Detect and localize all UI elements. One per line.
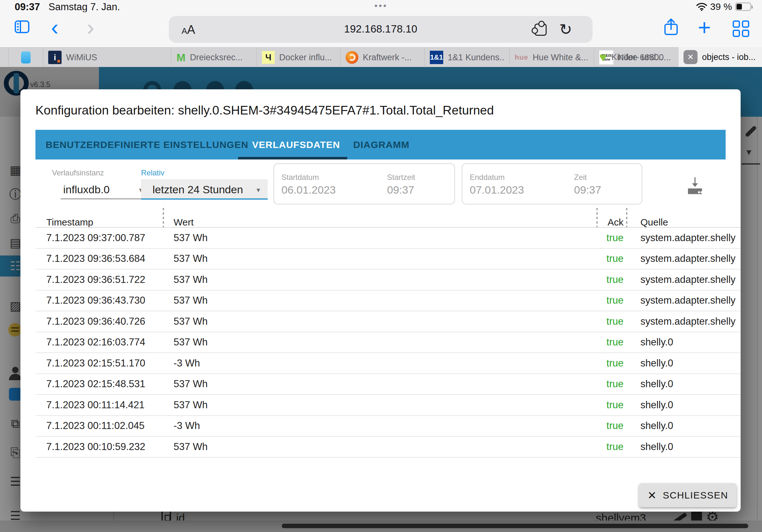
- tab-overview-square: [742, 30, 749, 37]
- status-bar: 09:37 Samstag 7. Jan. ••• 39 %: [0, 0, 762, 12]
- table-row: 7.1.2023 02:15:51.170-3 Whtrueshelly.0: [36, 353, 741, 374]
- column-resize-handle[interactable]: [626, 208, 627, 227]
- close-x-icon: ✕: [648, 489, 657, 502]
- table-row: 7.1.2023 09:36:40.726537 Whtruesystem.ad…: [36, 311, 741, 332]
- column-resize-handle[interactable]: [596, 208, 598, 227]
- browser-toolbar: ‹ › AA 192.168.178.10 ↻ +: [0, 12, 762, 47]
- table-row: 7.1.2023 00:11:02.045-3 Whtrueshelly.0: [36, 416, 741, 437]
- heart-favicon-icon: ♥: [599, 50, 607, 64]
- multitask-dots-icon[interactable]: •••: [374, 1, 387, 11]
- instance-select[interactable]: influxdb.0: [63, 183, 110, 196]
- extensions-icon[interactable]: [534, 24, 547, 36]
- instance-underline: [61, 198, 151, 199]
- table-row: 7.1.2023 00:10:59.232537 Whtrueshelly.0: [36, 436, 741, 458]
- start-date-field[interactable]: 06.01.2023: [281, 184, 336, 196]
- wifi-icon: [696, 3, 707, 11]
- column-resize-handle[interactable]: [163, 208, 164, 227]
- relative-value: letzten 24 Stunden: [153, 183, 243, 196]
- col-header-value: Wert: [174, 217, 194, 228]
- download-icon[interactable]: [684, 174, 706, 196]
- table-row: 7.1.2023 09:36:51.722537 Whtruesystem.ad…: [36, 270, 741, 291]
- close-button-label: SCHLIESSEN: [663, 490, 728, 501]
- end-date-label: Enddatum: [470, 173, 504, 182]
- dialog-tab-bar: BENUTZERDEFINIERTE EINSTELLUNGEN VERLAUF…: [36, 130, 725, 160]
- battery-percent: 39 %: [710, 1, 732, 12]
- tab-bar-upper: ♥ Kinder- und... ✕ objects - iob...: [0, 47, 762, 67]
- relative-caret-icon: ▾: [257, 186, 260, 194]
- start-time-field[interactable]: 09:37: [387, 184, 414, 196]
- table-row: 7.1.2023 09:37:00.787537 Whtruesystem.ad…: [36, 228, 741, 249]
- table-row: 7.1.2023 09:36:43.730537 Whtruesystem.ad…: [36, 291, 741, 312]
- close-button[interactable]: ✕ SCHLIESSEN: [639, 483, 736, 507]
- screen: 09:37 Samstag 7. Jan. ••• 39 % ‹ › AA 19…: [0, 0, 762, 532]
- clock: 09:37: [15, 1, 40, 13]
- status-right: 39 %: [696, 1, 751, 12]
- end-datetime-group: Enddatum 07.01.2023 Zeit 09:37: [462, 163, 642, 204]
- back-icon[interactable]: ‹: [51, 15, 58, 40]
- table-row: 7.1.2023 02:16:03.774537 Whtrueshelly.0: [36, 332, 741, 353]
- new-tab-icon[interactable]: +: [698, 15, 711, 40]
- browser-tab-objects-active[interactable]: ✕ objects - iob...: [678, 47, 762, 67]
- tab-overview-square: [733, 21, 740, 28]
- instance-label: Verlaufsinstanz: [52, 168, 104, 177]
- url-text[interactable]: 192.168.178.10: [169, 23, 592, 35]
- table-row: 7.1.2023 00:11:14.421537 Whtrueshelly.0: [36, 395, 741, 416]
- tab-overview-square: [742, 21, 749, 28]
- table-row: 7.1.2023 02:15:48.531537 Whtrueshelly.0: [36, 374, 741, 395]
- address-bar[interactable]: AA 192.168.178.10 ↻: [169, 16, 592, 43]
- tab-overview-square: [733, 30, 740, 37]
- status-date: Samstag 7. Jan.: [48, 1, 120, 13]
- sidebar-toggle-icon[interactable]: [15, 21, 29, 33]
- tab-history-data[interactable]: VERLAUFSDATEN: [252, 130, 340, 160]
- relative-select[interactable]: letzten 24 Stunden ▾: [141, 179, 268, 200]
- col-header-ack: Ack: [585, 217, 624, 228]
- relative-label: Relativ: [141, 168, 164, 177]
- active-tab-indicator: [238, 157, 347, 160]
- dialog-title: Konfiguration bearbeiten: shelly.0.SHEM-…: [36, 103, 494, 117]
- tab-custom-settings[interactable]: BENUTZERDEFINIERTE EINSTELLUNGEN: [45, 130, 248, 160]
- table-row: 7.1.2023 09:36:53.684537 Whtruesystem.ad…: [36, 249, 741, 270]
- start-date-label: Startdatum: [281, 173, 319, 182]
- end-date-field[interactable]: 07.01.2023: [470, 184, 524, 196]
- col-header-source: Quelle: [641, 217, 668, 228]
- col-header-timestamp: Timestamp: [46, 217, 93, 228]
- edit-config-dialog: Konfiguration bearbeiten: shelly.0.SHEM-…: [21, 89, 741, 511]
- battery-fill: [736, 4, 742, 10]
- start-time-label: Startzeit: [387, 173, 415, 182]
- end-time-label: Zeit: [574, 173, 587, 182]
- tab-overview-icon[interactable]: [733, 21, 749, 37]
- forward-icon[interactable]: ›: [87, 15, 94, 40]
- tab-diagram[interactable]: DIAGRAMM: [353, 130, 410, 160]
- reload-icon[interactable]: ↻: [559, 21, 572, 38]
- end-time-field[interactable]: 09:37: [574, 184, 601, 196]
- battery-icon: [735, 3, 751, 11]
- browser-tab-kinder[interactable]: ♥ Kinder- und...: [594, 47, 678, 67]
- history-table: 7.1.2023 09:37:00.787537 Whtruesystem.ad…: [36, 227, 741, 458]
- share-icon[interactable]: [664, 18, 678, 36]
- close-tab-icon[interactable]: ✕: [683, 50, 698, 64]
- start-datetime-group: Startdatum 06.01.2023 Startzeit 09:37: [273, 163, 455, 204]
